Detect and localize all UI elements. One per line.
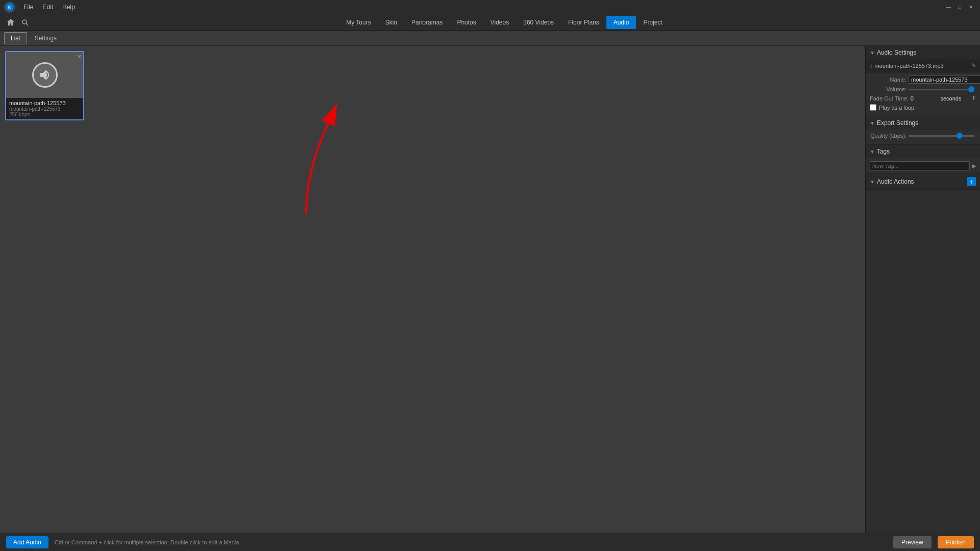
audio-card-info: mountain-path-125573 mountain-path-12557… xyxy=(6,98,83,119)
tags-chevron: ▼ xyxy=(870,149,875,155)
tag-input-row: ▶ xyxy=(870,161,976,170)
quality-field-row: Quality (kbps): 256 xyxy=(870,133,976,139)
fade-out-stepper[interactable]: ⬆ xyxy=(971,95,976,102)
audio-actions-section: ▼ Audio Actions + xyxy=(866,174,980,190)
add-audio-button[interactable]: Add Audio xyxy=(6,536,48,548)
file-icon: ♪ xyxy=(870,63,873,69)
svg-line-3 xyxy=(26,23,28,26)
svg-text:K: K xyxy=(8,5,12,10)
right-panel: ▼ Audio Settings ♪ mountain-path-125573.… xyxy=(865,46,980,533)
tags-title: Tags xyxy=(877,148,890,155)
quality-slider-container: 256 xyxy=(909,133,980,139)
speaker-icon xyxy=(32,62,58,88)
audio-card-subtitle: mountain-path-125573 xyxy=(9,106,80,112)
publish-button[interactable]: Publish xyxy=(938,536,974,548)
tags-body: ▶ xyxy=(866,158,980,173)
svg-point-2 xyxy=(22,20,27,24)
file-name: mountain-path-125573.mp3 xyxy=(875,63,970,69)
file-header: ♪ mountain-path-125573.mp3 ✎ xyxy=(866,59,980,72)
quality-slider[interactable] xyxy=(909,135,974,137)
export-settings-title: Export Settings xyxy=(877,119,918,127)
bottombar: Add Audio Ctrl or Command + click for mu… xyxy=(0,533,980,551)
minimize-button[interactable]: — xyxy=(943,3,953,12)
search-icon-button[interactable] xyxy=(18,16,32,29)
fade-out-field-row: Fade Out Time: 0 seconds ⬆ xyxy=(870,95,976,102)
new-tag-input[interactable] xyxy=(870,161,970,170)
tag-add-icon[interactable]: ▶ xyxy=(972,163,976,169)
menu-edit[interactable]: Edit xyxy=(38,3,57,12)
name-input[interactable] xyxy=(909,76,980,84)
name-field-row: Name: xyxy=(870,76,976,84)
tags-header[interactable]: ▼ Tags xyxy=(866,145,980,158)
play-as-loop-label[interactable]: Play as a loop xyxy=(879,105,914,111)
hint-text: Ctrl or Command + click for multiple sel… xyxy=(55,539,887,545)
menubar: My Tours Skin Panoramas Photos Videos 36… xyxy=(0,14,980,31)
preview-button[interactable]: Preview xyxy=(893,536,932,548)
subtabs: List Settings xyxy=(0,31,980,46)
close-button[interactable]: ✕ xyxy=(966,3,976,12)
audio-actions-add-button[interactable]: + xyxy=(967,177,976,186)
volume-slider-container: 1.00 xyxy=(909,86,980,92)
nav-tabs: My Tours Skin Panoramas Photos Videos 36… xyxy=(339,16,670,29)
play-as-loop-checkbox[interactable] xyxy=(870,104,876,111)
nav-tab-my-tours[interactable]: My Tours xyxy=(339,16,378,29)
quality-label: Quality (kbps): xyxy=(870,133,906,139)
audio-card-bitrate: 256 kbps xyxy=(9,112,80,117)
audio-card-title: mountain-path-125573 xyxy=(9,100,80,106)
fade-out-unit: seconds xyxy=(940,95,968,102)
audio-settings-title: Audio Settings xyxy=(877,49,916,56)
audio-settings-body: Name: Volume: 1.00 Fade Out Time: 0 seco… xyxy=(866,72,980,116)
volume-value: 1.00 xyxy=(976,86,980,92)
audio-actions-header[interactable]: ▼ Audio Actions + xyxy=(866,174,980,189)
menu-help[interactable]: Help xyxy=(58,3,79,12)
export-settings-chevron: ▼ xyxy=(870,120,875,126)
audio-actions-title: Audio Actions xyxy=(877,178,914,185)
audio-settings-header[interactable]: ▼ Audio Settings xyxy=(866,46,980,59)
name-label: Name: xyxy=(870,77,906,83)
audio-settings-chevron: ▼ xyxy=(870,50,875,56)
arrow-annotation xyxy=(0,46,865,533)
fade-out-value: 0 xyxy=(911,95,939,102)
play-as-loop-row: Play as a loop xyxy=(870,104,976,111)
export-settings-header[interactable]: ▼ Export Settings xyxy=(866,116,980,130)
audio-settings-section: ▼ Audio Settings ♪ mountain-path-125573.… xyxy=(866,46,980,116)
nav-tab-skin[interactable]: Skin xyxy=(378,16,404,29)
app-logo: K xyxy=(4,2,15,13)
volume-label: Volume: xyxy=(870,86,906,92)
content-area: × mountain-path-125573 mountain-path-125… xyxy=(0,46,865,533)
audio-card-close-button[interactable]: × xyxy=(77,53,81,60)
export-settings-body: Quality (kbps): 256 xyxy=(866,130,980,144)
nav-tab-photos[interactable]: Photos xyxy=(450,16,483,29)
audio-actions-chevron: ▼ xyxy=(870,179,875,185)
home-icon-button[interactable] xyxy=(4,16,17,29)
fade-out-label: Fade Out Time: xyxy=(870,95,909,102)
title-menu: File Edit Help xyxy=(19,3,79,12)
nav-tab-audio[interactable]: Audio xyxy=(606,16,636,29)
quality-value: 256 xyxy=(976,133,980,139)
nav-tab-floor-plans[interactable]: Floor Plans xyxy=(561,16,606,29)
titlebar: K File Edit Help — □ ✕ xyxy=(0,0,980,14)
subtab-settings[interactable]: Settings xyxy=(28,32,63,44)
nav-tab-360-videos[interactable]: 360 Videos xyxy=(516,16,561,29)
nav-tab-project[interactable]: Project xyxy=(636,16,669,29)
main-area: × mountain-path-125573 mountain-path-125… xyxy=(0,46,980,533)
volume-field-row: Volume: 1.00 xyxy=(870,86,976,92)
file-action-button[interactable]: ✎ xyxy=(971,62,976,69)
window-controls: — □ ✕ xyxy=(943,3,976,12)
audio-card-thumbnail xyxy=(6,52,83,98)
menu-file[interactable]: File xyxy=(19,3,37,12)
volume-slider[interactable] xyxy=(909,89,974,90)
maximize-button[interactable]: □ xyxy=(954,3,965,12)
nav-tab-panoramas[interactable]: Panoramas xyxy=(404,16,450,29)
tags-section: ▼ Tags ▶ xyxy=(866,145,980,174)
export-settings-section: ▼ Export Settings Quality (kbps): 256 xyxy=(866,116,980,145)
nav-tab-videos[interactable]: Videos xyxy=(483,16,516,29)
subtab-list[interactable]: List xyxy=(4,32,27,44)
audio-card[interactable]: × mountain-path-125573 mountain-path-125… xyxy=(5,51,84,120)
